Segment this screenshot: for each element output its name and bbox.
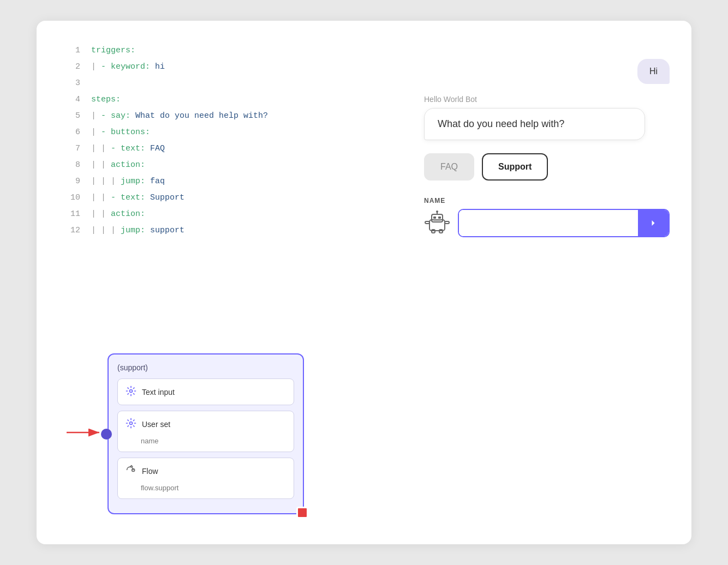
line-number-3: 3 xyxy=(58,75,80,92)
name-input-row xyxy=(424,209,670,237)
code-line-9: 9 | | | jump: faq xyxy=(58,173,397,190)
flow-sub: flow.support xyxy=(126,484,178,492)
code-line-3: 3 xyxy=(58,75,397,92)
flow-node: (support) Text input xyxy=(108,353,304,514)
line-number-11: 11 xyxy=(58,206,80,223)
line-number-10: 10 xyxy=(58,190,80,206)
code-line-5: 5 | - say: What do you need help with? xyxy=(58,108,397,124)
code-line-6: 6 | - buttons: xyxy=(58,124,397,141)
bot-name-label: Hello World Bot xyxy=(424,95,670,104)
line-number-6: 6 xyxy=(58,124,80,141)
line-number-4: 4 xyxy=(58,92,80,108)
code-line-4: 4 steps: xyxy=(58,92,397,108)
text-input-label: Text input xyxy=(142,388,175,396)
code-line-11: 11 | | action: xyxy=(58,206,397,223)
code-text-7: | | - text: FAQ xyxy=(91,141,165,157)
code-text-11: | | action: xyxy=(91,206,145,223)
code-text-4: steps: xyxy=(91,92,121,108)
flow-icon xyxy=(126,465,136,477)
line-number-8: 8 xyxy=(58,157,80,173)
line-number-1: 1 xyxy=(58,43,80,59)
line-number-5: 5 xyxy=(58,108,80,124)
name-label: NAME xyxy=(424,197,670,205)
flow-node-title: (support) xyxy=(117,363,294,372)
flow-item-user-set[interactable]: User set name xyxy=(117,411,294,452)
code-line-2: 2 | - keyword: hi xyxy=(58,59,397,75)
code-line-10: 10 | | - text: Support xyxy=(58,190,397,206)
code-text-9: | | | jump: faq xyxy=(91,173,165,190)
svg-rect-12 xyxy=(425,221,429,224)
code-line-1: 1 triggers: xyxy=(58,43,397,59)
svg-rect-10 xyxy=(438,217,441,219)
code-text-5: | - say: What do you need help with? xyxy=(91,108,268,124)
code-text-1: triggers: xyxy=(91,43,135,59)
name-section: NAME xyxy=(424,197,670,237)
support-button[interactable]: Support xyxy=(482,153,548,181)
user-set-label: User set xyxy=(142,420,170,429)
user-message-bubble: Hi xyxy=(637,59,670,84)
flow-item-flow[interactable]: Flow flow.support xyxy=(117,458,294,499)
code-line-7: 7 | | - text: FAQ xyxy=(58,141,397,157)
bot-message-bubble: What do you need help with? xyxy=(424,108,645,140)
stop-dot xyxy=(296,507,308,519)
main-container: 1 triggers: 2 | - keyword: hi 3 4 steps:… xyxy=(37,21,691,544)
flow-item-text-input[interactable]: Text input xyxy=(117,378,294,405)
code-text-6: | - buttons: xyxy=(91,124,150,141)
name-submit-button[interactable] xyxy=(638,210,669,236)
code-text-12: | | | jump: support xyxy=(91,223,184,239)
code-text-3 xyxy=(91,75,96,92)
name-input-wrap xyxy=(458,209,670,237)
flow-label: Flow xyxy=(142,467,158,476)
robot-icon xyxy=(424,209,450,237)
line-number-12: 12 xyxy=(58,223,80,239)
code-line-8: 8 | | action: xyxy=(58,157,397,173)
text-input-icon xyxy=(126,386,136,398)
chat-panel: Hi Hello World Bot What do you need help… xyxy=(408,21,691,544)
faq-button[interactable]: FAQ xyxy=(424,153,474,181)
bot-message-area: Hello World Bot What do you need help wi… xyxy=(424,95,670,140)
svg-rect-13 xyxy=(445,221,449,224)
line-number-9: 9 xyxy=(58,173,80,190)
svg-point-2 xyxy=(130,390,133,393)
code-line-12: 12 | | | jump: support xyxy=(58,223,397,239)
code-text-8: | | action: xyxy=(91,157,145,173)
name-input-field[interactable] xyxy=(459,210,638,236)
code-panel: 1 triggers: 2 | - keyword: hi 3 4 steps:… xyxy=(37,21,408,544)
chat-buttons-row: FAQ Support xyxy=(424,153,670,181)
code-text-2: | - keyword: hi xyxy=(91,59,165,75)
code-text-10: | | - text: Support xyxy=(91,190,184,206)
connection-dot xyxy=(101,429,112,440)
line-number-7: 7 xyxy=(58,141,80,157)
svg-point-3 xyxy=(130,422,133,425)
svg-rect-11 xyxy=(433,220,441,221)
svg-point-8 xyxy=(436,211,438,213)
user-set-sub: name xyxy=(126,437,159,445)
svg-rect-9 xyxy=(433,217,436,219)
line-number-2: 2 xyxy=(58,59,80,75)
user-set-icon xyxy=(126,418,136,430)
